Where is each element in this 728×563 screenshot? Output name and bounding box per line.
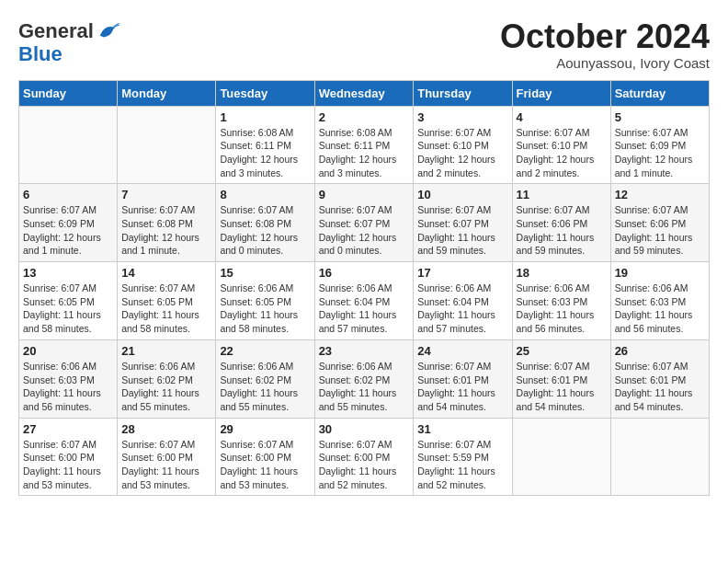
day-number: 6: [23, 188, 113, 201]
table-row: 31Sunrise: 6:07 AM Sunset: 5:59 PM Dayli…: [414, 418, 512, 496]
calendar-week-row: 20Sunrise: 6:06 AM Sunset: 6:03 PM Dayli…: [19, 339, 710, 418]
day-number: 17: [417, 266, 507, 280]
day-number: 12: [615, 188, 705, 201]
day-info: Sunrise: 6:07 AM Sunset: 6:10 PM Dayligh…: [417, 126, 507, 180]
day-number: 4: [517, 110, 607, 124]
calendar-table: Sunday Monday Tuesday Wednesday Thursday…: [18, 80, 710, 497]
table-row: 7Sunrise: 6:07 AM Sunset: 6:08 PM Daylig…: [118, 184, 216, 262]
table-row: [19, 106, 118, 184]
day-info: Sunrise: 6:06 AM Sunset: 6:02 PM Dayligh…: [220, 360, 310, 414]
table-row: [512, 418, 610, 496]
day-number: 14: [121, 266, 211, 280]
title-block: October 2024 Aounyassou, Ivory Coast: [500, 18, 710, 71]
table-row: 30Sunrise: 6:07 AM Sunset: 6:00 PM Dayli…: [314, 418, 414, 496]
location-subtitle: Aounyassou, Ivory Coast: [500, 55, 710, 71]
day-info: Sunrise: 6:06 AM Sunset: 6:03 PM Dayligh…: [23, 360, 113, 414]
day-number: 13: [23, 266, 113, 280]
table-row: 18Sunrise: 6:06 AM Sunset: 6:03 PM Dayli…: [512, 262, 610, 340]
day-number: 25: [517, 344, 607, 358]
day-info: Sunrise: 6:06 AM Sunset: 6:04 PM Dayligh…: [417, 282, 507, 336]
day-info: Sunrise: 6:06 AM Sunset: 6:02 PM Dayligh…: [319, 360, 410, 414]
day-info: Sunrise: 6:07 AM Sunset: 6:06 PM Dayligh…: [517, 203, 607, 258]
day-number: 22: [220, 344, 310, 358]
calendar-week-row: 6Sunrise: 6:07 AM Sunset: 6:09 PM Daylig…: [19, 184, 710, 262]
day-info: Sunrise: 6:07 AM Sunset: 6:01 PM Dayligh…: [517, 360, 607, 414]
day-info: Sunrise: 6:06 AM Sunset: 6:03 PM Dayligh…: [615, 282, 705, 336]
table-row: 4Sunrise: 6:07 AM Sunset: 6:10 PM Daylig…: [512, 106, 610, 184]
header-tuesday: Tuesday: [216, 80, 314, 106]
header-saturday: Saturday: [610, 80, 709, 106]
table-row: 21Sunrise: 6:06 AM Sunset: 6:02 PM Dayli…: [118, 339, 216, 418]
table-row: 15Sunrise: 6:06 AM Sunset: 6:05 PM Dayli…: [216, 262, 314, 340]
day-info: Sunrise: 6:07 AM Sunset: 6:06 PM Dayligh…: [615, 203, 705, 258]
page-header: General Blue October 2024 Aounyassou, Iv…: [18, 18, 710, 71]
day-number: 1: [220, 110, 310, 124]
day-info: Sunrise: 6:07 AM Sunset: 6:01 PM Dayligh…: [417, 360, 507, 414]
day-number: 28: [121, 422, 211, 436]
table-row: 25Sunrise: 6:07 AM Sunset: 6:01 PM Dayli…: [512, 339, 610, 418]
table-row: 24Sunrise: 6:07 AM Sunset: 6:01 PM Dayli…: [414, 339, 512, 418]
day-info: Sunrise: 6:07 AM Sunset: 6:08 PM Dayligh…: [121, 203, 211, 258]
day-number: 3: [417, 110, 507, 124]
calendar-week-row: 13Sunrise: 6:07 AM Sunset: 6:05 PM Dayli…: [19, 262, 710, 340]
table-row: 16Sunrise: 6:06 AM Sunset: 6:04 PM Dayli…: [314, 262, 414, 340]
day-number: 26: [615, 344, 705, 358]
table-row: 28Sunrise: 6:07 AM Sunset: 6:00 PM Dayli…: [118, 418, 216, 496]
table-row: 9Sunrise: 6:07 AM Sunset: 6:07 PM Daylig…: [314, 184, 414, 262]
day-info: Sunrise: 6:07 AM Sunset: 6:00 PM Dayligh…: [220, 438, 310, 492]
header-wednesday: Wednesday: [314, 80, 414, 106]
day-info: Sunrise: 6:07 AM Sunset: 6:00 PM Dayligh…: [23, 438, 113, 492]
day-info: Sunrise: 6:07 AM Sunset: 6:05 PM Dayligh…: [23, 282, 113, 336]
day-number: 18: [517, 266, 607, 280]
day-info: Sunrise: 6:07 AM Sunset: 6:05 PM Dayligh…: [121, 282, 211, 336]
table-row: 27Sunrise: 6:07 AM Sunset: 6:00 PM Dayli…: [19, 418, 118, 496]
day-number: 9: [319, 188, 410, 201]
calendar-week-row: 27Sunrise: 6:07 AM Sunset: 6:00 PM Dayli…: [19, 418, 710, 496]
day-number: 29: [220, 422, 310, 436]
day-number: 24: [417, 344, 507, 358]
day-info: Sunrise: 6:07 AM Sunset: 6:10 PM Dayligh…: [517, 126, 607, 180]
day-info: Sunrise: 6:08 AM Sunset: 6:11 PM Dayligh…: [220, 126, 310, 180]
header-thursday: Thursday: [414, 80, 512, 106]
day-number: 2: [319, 110, 410, 124]
table-row: [118, 106, 216, 184]
day-info: Sunrise: 6:06 AM Sunset: 6:05 PM Dayligh…: [220, 282, 310, 336]
day-number: 8: [220, 188, 310, 201]
day-number: 21: [121, 344, 211, 358]
header-sunday: Sunday: [19, 80, 118, 106]
header-friday: Friday: [512, 80, 610, 106]
table-row: 11Sunrise: 6:07 AM Sunset: 6:06 PM Dayli…: [512, 184, 610, 262]
table-row: 10Sunrise: 6:07 AM Sunset: 6:07 PM Dayli…: [414, 184, 512, 262]
logo: General Blue: [18, 18, 121, 64]
day-number: 7: [121, 188, 211, 201]
day-number: 20: [23, 344, 113, 358]
table-row: 12Sunrise: 6:07 AM Sunset: 6:06 PM Dayli…: [610, 184, 709, 262]
day-number: 11: [517, 188, 607, 201]
table-row: 19Sunrise: 6:06 AM Sunset: 6:03 PM Dayli…: [610, 262, 709, 340]
month-title: October 2024: [500, 18, 710, 55]
table-row: 22Sunrise: 6:06 AM Sunset: 6:02 PM Dayli…: [216, 339, 314, 418]
table-row: 23Sunrise: 6:06 AM Sunset: 6:02 PM Dayli…: [314, 339, 414, 418]
day-number: 19: [615, 266, 705, 280]
day-info: Sunrise: 6:07 AM Sunset: 6:09 PM Dayligh…: [23, 203, 113, 258]
day-number: 23: [319, 344, 410, 358]
table-row: [610, 418, 709, 496]
day-info: Sunrise: 6:07 AM Sunset: 6:09 PM Dayligh…: [615, 126, 705, 180]
day-info: Sunrise: 6:07 AM Sunset: 6:07 PM Dayligh…: [319, 203, 410, 258]
table-row: 2Sunrise: 6:08 AM Sunset: 6:11 PM Daylig…: [314, 106, 414, 184]
day-info: Sunrise: 6:07 AM Sunset: 6:00 PM Dayligh…: [121, 438, 211, 492]
table-row: 17Sunrise: 6:06 AM Sunset: 6:04 PM Dayli…: [414, 262, 512, 340]
day-info: Sunrise: 6:06 AM Sunset: 6:04 PM Dayligh…: [319, 282, 410, 336]
logo-blue: Blue: [18, 42, 63, 65]
day-info: Sunrise: 6:07 AM Sunset: 6:01 PM Dayligh…: [615, 360, 705, 414]
table-row: 26Sunrise: 6:07 AM Sunset: 6:01 PM Dayli…: [610, 339, 709, 418]
table-row: 20Sunrise: 6:06 AM Sunset: 6:03 PM Dayli…: [19, 339, 118, 418]
day-number: 30: [319, 422, 410, 436]
table-row: 29Sunrise: 6:07 AM Sunset: 6:00 PM Dayli…: [216, 418, 314, 496]
logo-general: General: [18, 21, 94, 41]
day-info: Sunrise: 6:07 AM Sunset: 6:08 PM Dayligh…: [220, 203, 310, 258]
day-number: 31: [417, 422, 507, 436]
day-info: Sunrise: 6:07 AM Sunset: 5:59 PM Dayligh…: [417, 438, 507, 492]
table-row: 8Sunrise: 6:07 AM Sunset: 6:08 PM Daylig…: [216, 184, 314, 262]
calendar-week-row: 1Sunrise: 6:08 AM Sunset: 6:11 PM Daylig…: [19, 106, 710, 184]
